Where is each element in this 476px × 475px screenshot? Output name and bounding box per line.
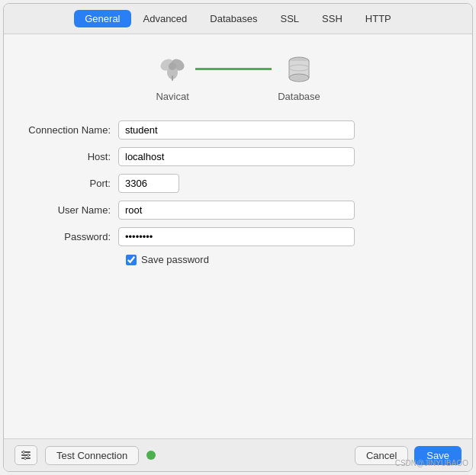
diagram-area: Navicat Database	[4, 34, 472, 114]
navicat-diagram: Navicat	[156, 53, 189, 102]
port-label: Port:	[19, 178, 118, 189]
connection-name-input[interactable]	[118, 120, 355, 140]
svg-point-14	[23, 451, 25, 454]
test-connection-button[interactable]: Test Connection	[45, 446, 139, 465]
database-icon	[282, 53, 316, 86]
save-password-row: Save password	[126, 254, 457, 265]
connector-line	[195, 68, 272, 70]
tab-general[interactable]: General	[74, 10, 130, 27]
form-area: Connection Name: Host: Port: User Name: …	[4, 114, 472, 438]
tab-ssh[interactable]: SSH	[311, 10, 353, 27]
password-label: Password:	[19, 231, 118, 242]
connection-status-dot	[146, 451, 156, 460]
connection-name-label: Connection Name:	[19, 124, 118, 136]
settings-icon	[21, 450, 31, 461]
navicat-label: Navicat	[156, 91, 188, 102]
username-row: User Name:	[19, 201, 457, 220]
tab-bar: General Advanced Databases SSL SSH HTTP	[4, 4, 472, 34]
tab-advanced[interactable]: Advanced	[133, 10, 198, 27]
host-input[interactable]	[118, 147, 355, 166]
save-password-checkbox[interactable]	[126, 255, 137, 265]
cancel-button[interactable]: Cancel	[355, 446, 408, 465]
svg-rect-4	[172, 75, 173, 81]
database-diagram: Database	[278, 53, 320, 102]
connection-name-row: Connection Name:	[19, 120, 457, 140]
username-label: User Name:	[19, 204, 118, 216]
footer: Test Connection Cancel Save	[4, 438, 472, 471]
tab-http[interactable]: HTTP	[355, 10, 402, 27]
navicat-icon	[156, 53, 189, 86]
tab-databases[interactable]: Databases	[199, 10, 268, 27]
host-row: Host:	[19, 147, 457, 166]
port-row: Port:	[19, 174, 457, 193]
save-button[interactable]: Save	[414, 446, 462, 465]
password-input[interactable]	[118, 227, 355, 246]
svg-point-3	[169, 63, 176, 70]
footer-right: Cancel Save	[355, 446, 462, 465]
database-label: Database	[278, 91, 320, 102]
username-input[interactable]	[118, 201, 355, 220]
footer-left: Test Connection	[14, 445, 347, 465]
port-input[interactable]	[118, 174, 179, 193]
main-window: General Advanced Databases SSL SSH HTTP …	[3, 3, 473, 472]
host-label: Host:	[19, 151, 118, 162]
svg-point-16	[24, 457, 27, 460]
svg-point-9	[289, 74, 309, 82]
settings-icon-button[interactable]	[14, 445, 37, 465]
svg-point-15	[27, 454, 30, 457]
tab-ssl[interactable]: SSL	[269, 10, 310, 27]
save-password-label[interactable]: Save password	[141, 254, 209, 265]
password-row: Password:	[19, 227, 457, 246]
